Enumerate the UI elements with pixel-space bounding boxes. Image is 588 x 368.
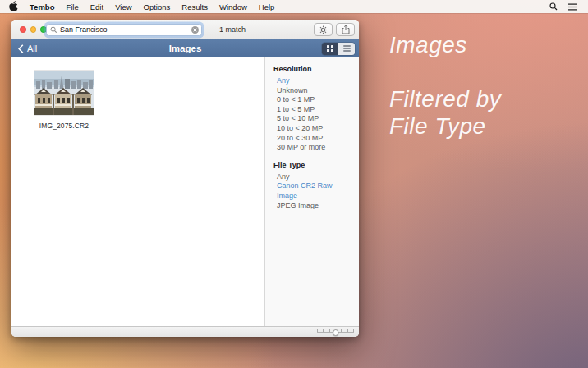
traffic-lights bbox=[20, 26, 47, 33]
menu-bar: Tembo File Edit View Options Results Win… bbox=[0, 0, 588, 13]
menu-window[interactable]: Window bbox=[219, 2, 247, 12]
clear-search-icon[interactable] bbox=[191, 26, 199, 34]
results-header: All Images bbox=[11, 39, 359, 58]
result-item[interactable]: IMG_2075.CR2 bbox=[25, 71, 103, 130]
menu-app-name[interactable]: Tembo bbox=[30, 2, 54, 12]
filter-resolution-1-5mp[interactable]: 1 to < 5 MP bbox=[273, 105, 354, 115]
results-title: Images bbox=[11, 39, 359, 58]
desktop: { "menu_bar": { "app_name": "Tembo", "me… bbox=[0, 0, 588, 368]
grid-view-button[interactable] bbox=[322, 43, 338, 55]
action-gear-button[interactable] bbox=[314, 23, 333, 36]
close-button[interactable] bbox=[20, 26, 26, 33]
filter-filetype-any[interactable]: Any bbox=[273, 172, 354, 182]
match-count-label: 1 match bbox=[219, 20, 246, 39]
filter-resolution-30mp-more[interactable]: 30 MP or more bbox=[273, 143, 354, 153]
view-mode-switcher bbox=[322, 43, 355, 55]
menu-view[interactable]: View bbox=[115, 2, 131, 12]
filter-filetype-canon-cr2[interactable]: Canon CR2 Raw Image bbox=[273, 182, 354, 200]
menu-file[interactable]: File bbox=[66, 2, 78, 12]
menu-options[interactable]: Options bbox=[144, 2, 171, 12]
photo-thumbnail[interactable] bbox=[34, 71, 94, 115]
filter-sidebar: Resolution Any Unknown 0 to < 1 MP 1 to … bbox=[264, 58, 359, 326]
resolution-section: Resolution Any Unknown 0 to < 1 MP 1 to … bbox=[273, 65, 354, 153]
share-button[interactable] bbox=[336, 23, 355, 36]
filter-resolution-unknown[interactable]: Unknown bbox=[273, 86, 354, 96]
thumbnail-size-slider[interactable] bbox=[317, 329, 354, 336]
desktop-caption-line3: File Type bbox=[389, 113, 501, 140]
filter-resolution-20-30mp[interactable]: 20 to < 30 MP bbox=[273, 134, 354, 144]
menu-help[interactable]: Help bbox=[259, 2, 275, 12]
menu-edit[interactable]: Edit bbox=[90, 2, 103, 12]
filter-resolution-any[interactable]: Any bbox=[273, 76, 354, 86]
search-field[interactable] bbox=[46, 24, 202, 36]
notification-center-icon[interactable] bbox=[568, 3, 577, 11]
filter-filetype-jpeg[interactable]: JPEG Image bbox=[273, 201, 354, 211]
gear-icon bbox=[319, 25, 328, 34]
tembo-window: 1 match All Images bbox=[11, 20, 359, 337]
grid-view-icon bbox=[327, 45, 333, 52]
slider-thumb[interactable] bbox=[333, 329, 339, 336]
window-titlebar: 1 match bbox=[11, 20, 359, 39]
photo-filename: IMG_2075.CR2 bbox=[25, 122, 103, 130]
apple-menu-icon[interactable] bbox=[9, 1, 18, 13]
minimize-button[interactable] bbox=[30, 26, 37, 33]
search-icon bbox=[50, 22, 57, 37]
filter-resolution-10-20mp[interactable]: 10 to < 20 MP bbox=[273, 124, 354, 134]
list-view-icon bbox=[343, 45, 351, 52]
menu-results[interactable]: Results bbox=[181, 2, 208, 12]
search-input[interactable] bbox=[60, 25, 189, 34]
filter-resolution-5-10mp[interactable]: 5 to < 10 MP bbox=[273, 114, 354, 124]
file-type-section-title: File Type bbox=[273, 161, 354, 169]
window-status-bar bbox=[11, 326, 359, 337]
filter-resolution-0-1mp[interactable]: 0 to < 1 MP bbox=[273, 95, 354, 105]
desktop-caption-line1: Images bbox=[389, 31, 501, 58]
list-view-button[interactable] bbox=[338, 43, 355, 55]
desktop-caption-line2: Filtered by bbox=[389, 85, 501, 113]
spotlight-search-icon[interactable] bbox=[549, 2, 558, 11]
file-type-section: File Type Any Canon CR2 Raw Image JPEG I… bbox=[273, 161, 354, 210]
resolution-section-title: Resolution bbox=[273, 65, 354, 73]
results-grid: IMG_2075.CR2 bbox=[11, 58, 264, 326]
desktop-caption: Images Filtered by File Type bbox=[389, 31, 501, 140]
share-icon bbox=[342, 25, 350, 34]
